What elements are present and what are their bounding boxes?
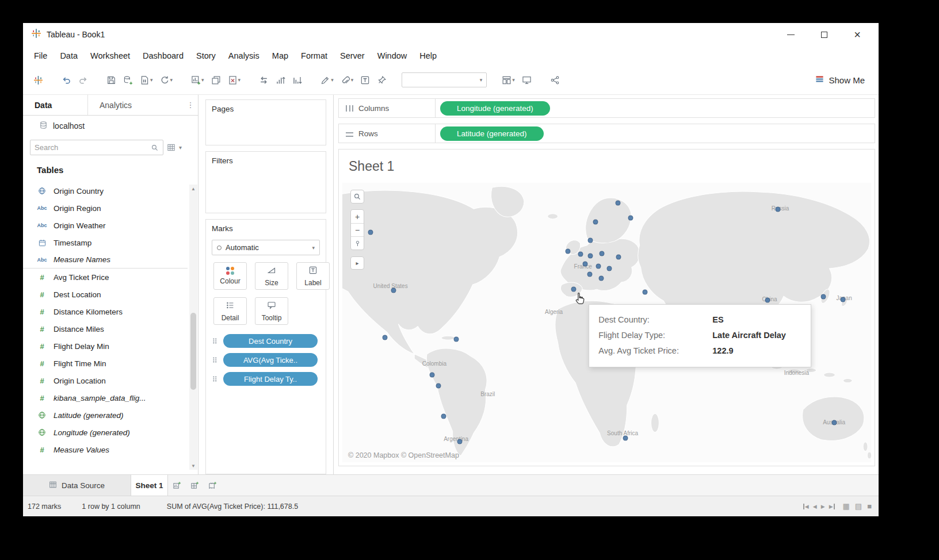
- scroll-up-icon[interactable]: ▲: [189, 185, 197, 193]
- pill-latitude[interactable]: Latitude (generated): [440, 126, 544, 141]
- menu-item-server[interactable]: Server: [334, 51, 371, 60]
- field-origin-location[interactable]: #Origin Location: [23, 372, 188, 389]
- fit-selector-dropdown[interactable]: ▾: [402, 72, 487, 87]
- map-mark[interactable]: [607, 266, 612, 271]
- field-origin-region[interactable]: AbcOrigin Region: [23, 200, 188, 217]
- mark-type-dropdown[interactable]: Automatic ▾: [212, 240, 320, 255]
- show-mark-labels-icon[interactable]: [357, 73, 373, 87]
- previous-sheet-icon[interactable]: ◀: [813, 504, 817, 509]
- pane-options-icon[interactable]: ⋮: [183, 95, 198, 115]
- close-button[interactable]: ×: [841, 24, 874, 45]
- pages-shelf[interactable]: Pages: [205, 99, 326, 145]
- scrollbar-thumb[interactable]: [190, 313, 196, 390]
- menu-item-map[interactable]: Map: [266, 51, 295, 60]
- field-origin-country[interactable]: Origin Country: [23, 182, 188, 200]
- pill-flight-delay-type[interactable]: Flight Delay Ty..: [223, 372, 318, 386]
- map-mark[interactable]: [578, 251, 583, 256]
- pause-auto-updates-icon[interactable]: ▾: [136, 73, 156, 87]
- map-mark[interactable]: [600, 251, 605, 256]
- maximize-button[interactable]: [807, 24, 841, 45]
- map-mark[interactable]: [391, 288, 396, 293]
- field-list-options-caret[interactable]: ▾: [179, 144, 182, 151]
- map-mark[interactable]: [430, 372, 435, 377]
- new-worksheet-tab-button[interactable]: [168, 475, 186, 496]
- map-mark[interactable]: [566, 248, 571, 254]
- tooltip-button[interactable]: Tooltip: [255, 297, 288, 325]
- tab-analytics[interactable]: Analytics: [87, 95, 183, 115]
- clear-sheet-icon[interactable]: ▾: [224, 73, 245, 87]
- field-timestamp[interactable]: Timestamp: [23, 234, 188, 251]
- scroll-down-icon[interactable]: ▼: [189, 462, 197, 470]
- run-auto-updates-icon[interactable]: ▾: [156, 73, 177, 87]
- filters-shelf[interactable]: Filters: [205, 151, 326, 213]
- map-mark[interactable]: [453, 336, 459, 342]
- tab-data[interactable]: Data: [23, 95, 87, 115]
- tableau-logo-icon[interactable]: [30, 73, 47, 87]
- size-button[interactable]: Size: [255, 262, 288, 290]
- map-mark[interactable]: [382, 335, 387, 340]
- detail-button[interactable]: Detail: [213, 297, 247, 325]
- search-input[interactable]: Search: [30, 140, 163, 155]
- menu-item-format[interactable]: Format: [295, 51, 334, 60]
- field-dest-location[interactable]: #Dest Location: [23, 286, 188, 303]
- field-flight-time-min[interactable]: #Flight Time Min: [23, 355, 188, 372]
- menu-item-window[interactable]: Window: [371, 51, 414, 60]
- undo-icon[interactable]: [58, 73, 75, 87]
- highlight-icon[interactable]: ▾: [317, 73, 337, 87]
- map-mark[interactable]: [765, 298, 770, 303]
- next-sheet-icon[interactable]: ▶: [821, 504, 825, 509]
- field-flight-delay-min[interactable]: #Flight Delay Min: [23, 337, 188, 355]
- rows-shelf[interactable]: Rows Latitude (generated): [338, 124, 875, 143]
- map-mark[interactable]: [596, 263, 601, 269]
- map-view[interactable]: United StatesRussiaChinaJapanFranceAlger…: [342, 183, 871, 462]
- field-distance-kilometers[interactable]: #Distance Kilometers: [23, 303, 188, 320]
- label-button[interactable]: Label: [296, 262, 330, 290]
- menu-item-dashboard[interactable]: Dashboard: [136, 51, 190, 60]
- map-mark[interactable]: [615, 200, 620, 205]
- columns-shelf[interactable]: Columns Longitude (generated): [338, 98, 875, 118]
- fix-axes-icon[interactable]: [373, 73, 390, 87]
- field-longitude-generated[interactable]: Longitude (generated): [23, 424, 188, 441]
- map-mark[interactable]: [628, 216, 633, 221]
- map-mark[interactable]: [436, 383, 441, 389]
- fullscreen-view-icon[interactable]: ■: [867, 502, 872, 511]
- swap-rows-columns-icon[interactable]: [255, 73, 272, 87]
- first-sheet-icon[interactable]: ◀: [803, 504, 809, 509]
- presentation-mode-icon[interactable]: [518, 73, 535, 87]
- pill-longitude[interactable]: Longitude (generated): [440, 101, 550, 116]
- pill-dest-country[interactable]: Dest Country: [223, 334, 318, 348]
- new-story-tab-button[interactable]: [204, 475, 222, 496]
- map-mark[interactable]: [457, 439, 463, 444]
- sidebar-scrollbar[interactable]: ▲ ▼: [189, 185, 197, 470]
- colour-button[interactable]: Colour: [213, 262, 247, 290]
- field-measure-names[interactable]: AbcMeasure Names: [23, 251, 188, 269]
- map-mark[interactable]: [588, 253, 593, 258]
- map-pin-button[interactable]: [351, 236, 364, 250]
- map-mark[interactable]: [582, 261, 587, 266]
- new-worksheet-icon[interactable]: ▾: [188, 73, 208, 87]
- group-members-icon[interactable]: ▾: [337, 73, 357, 87]
- map-mark[interactable]: [616, 254, 621, 259]
- sort-ascending-icon[interactable]: [272, 73, 289, 87]
- tab-sheet1[interactable]: Sheet 1: [131, 475, 168, 496]
- connection-item[interactable]: localhost: [23, 116, 198, 136]
- last-sheet-icon[interactable]: ▶: [829, 504, 835, 509]
- field-distance-miles[interactable]: #Distance Miles: [23, 320, 188, 337]
- new-dashboard-tab-button[interactable]: [186, 475, 204, 496]
- show-hide-cards-icon[interactable]: ▾: [498, 73, 518, 87]
- menu-item-file[interactable]: File: [28, 51, 54, 60]
- share-icon[interactable]: [547, 73, 563, 87]
- map-mark[interactable]: [841, 297, 846, 302]
- menu-item-analysis[interactable]: Analysis: [222, 51, 266, 60]
- map-mark[interactable]: [368, 229, 373, 235]
- tab-data-source[interactable]: Data Source: [23, 475, 131, 496]
- filmstrip-view-icon[interactable]: ▤: [855, 502, 862, 511]
- map-mark[interactable]: [588, 237, 593, 243]
- map-mark[interactable]: [599, 276, 604, 281]
- zoom-in-button[interactable]: +: [351, 210, 364, 223]
- sort-descending-icon[interactable]: [289, 73, 306, 87]
- pill-avg-ticket[interactable]: AVG(Avg Ticke..: [223, 353, 318, 367]
- new-data-source-icon[interactable]: [120, 73, 136, 87]
- field-avg-ticket-price[interactable]: #Avg Ticket Price: [23, 269, 188, 286]
- save-icon[interactable]: [103, 73, 120, 87]
